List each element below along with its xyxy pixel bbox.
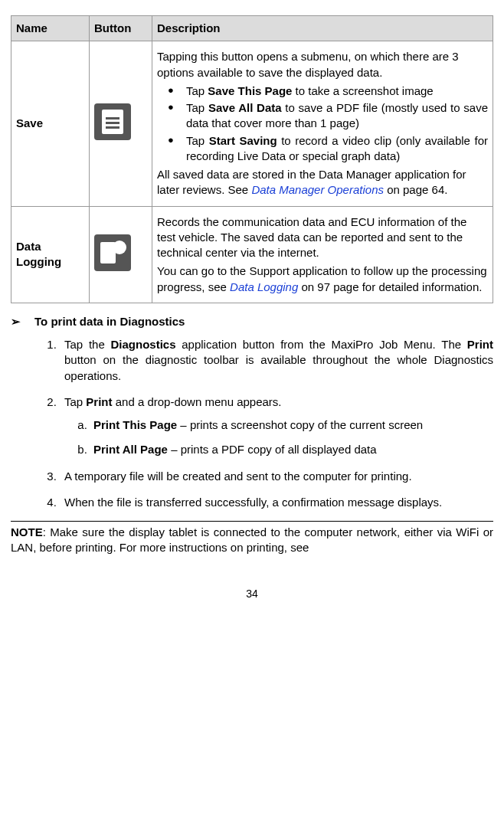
sub-step-b: Print All Page – prints a PDF copy of al… — [90, 442, 493, 457]
sub-step-a: Print This Page – prints a screenshot co… — [90, 417, 493, 433]
save-outro: All saved data are stored in the Data Ma… — [157, 167, 488, 198]
save-all-data-bold: Save All Data — [208, 101, 282, 114]
col-header-name: Name — [11, 16, 90, 41]
row-desc-save: Tapping this button opens a submenu, on … — [152, 41, 493, 206]
page-number: 34 — [11, 587, 493, 601]
print-steps-list: Tap the Diagnostics application button f… — [11, 337, 493, 510]
save-this-page-bold: Save This Page — [208, 84, 292, 97]
link-data-manager-operations[interactable]: Data Manager Operations — [251, 183, 384, 196]
step-4: When the file is transferred successfull… — [60, 495, 493, 510]
divider — [11, 521, 493, 522]
row-name-save: Save — [11, 41, 90, 206]
step-3: A temporary file will be created and sen… — [60, 469, 493, 484]
data-logging-icon — [94, 234, 131, 271]
data-logging-p1: Records the communication data and ECU i… — [157, 214, 488, 261]
col-header-description: Description — [152, 16, 493, 41]
table-row: Save Tapping this button opens a submenu… — [11, 41, 493, 206]
step-2: Tap Print and a drop-down menu appears. … — [60, 394, 493, 458]
row-name-data-logging: Data Logging — [11, 206, 90, 303]
save-this-page-rest: to take a screenshot image — [292, 84, 433, 97]
col-header-button: Button — [90, 16, 152, 41]
link-data-logging[interactable]: Data Logging — [230, 280, 298, 293]
list-item: Tap Save This Page to take a screenshot … — [157, 83, 488, 99]
start-saving-bold: Start Saving — [209, 134, 277, 147]
row-button-save — [90, 41, 152, 206]
print-sub-steps: Print This Page – prints a screenshot co… — [64, 417, 493, 458]
row-desc-data-logging: Records the communication data and ECU i… — [152, 206, 493, 303]
chevron-right-icon: ➢ — [11, 315, 21, 328]
row-button-data-logging — [90, 206, 152, 303]
data-logging-p2: You can go to the Support application to… — [157, 263, 488, 295]
section-heading-print: ➢To print data in Diagnostics — [11, 314, 493, 329]
save-options-list: Tap Save This Page to take a screenshot … — [157, 83, 488, 164]
table-row: Data Logging Records the communication d… — [11, 206, 493, 303]
list-item: Tap Save All Data to save a PDF file (mo… — [157, 100, 488, 132]
list-item: Tap Start Saving to record a video clip … — [157, 133, 488, 165]
save-intro: Tapping this button opens a submenu, on … — [157, 49, 488, 80]
save-icon — [94, 103, 131, 140]
step-1: Tap the Diagnostics application button f… — [60, 337, 493, 384]
note-text: NOTE: Make sure the display tablet is co… — [11, 525, 493, 556]
buttons-table: Name Button Description Save Tapping thi… — [11, 15, 493, 303]
